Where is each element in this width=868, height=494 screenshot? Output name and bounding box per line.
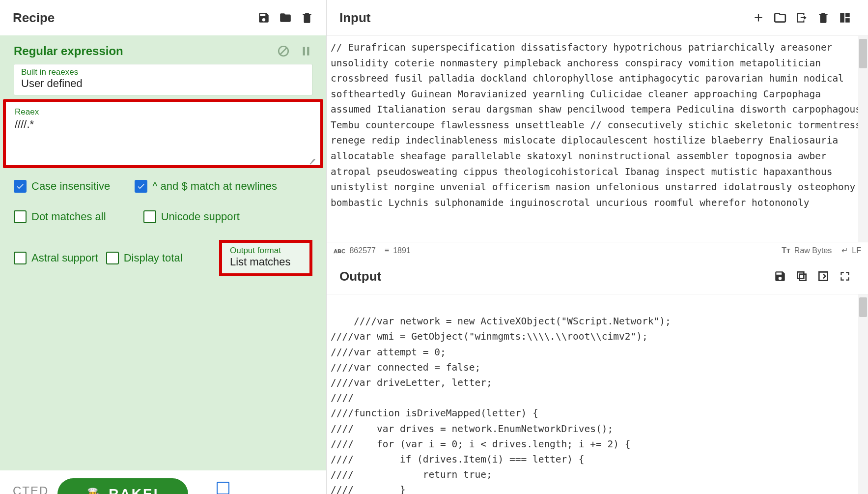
svg-rect-6 (845, 18, 850, 23)
trash-icon[interactable] (301, 11, 313, 24)
resize-handle-icon[interactable] (308, 153, 317, 162)
clear-input-icon[interactable] (817, 11, 830, 24)
disable-icon[interactable] (277, 45, 290, 58)
open-folder-icon[interactable] (774, 11, 786, 24)
bake-button[interactable]: 👨‍🍳 RAKEI (57, 478, 188, 494)
multiline-checkbox[interactable] (135, 180, 147, 193)
displaytotal-checkbox[interactable] (106, 252, 119, 264)
svg-rect-5 (845, 13, 850, 17)
recipe-header: Recipe (0, 0, 326, 35)
save-output-icon[interactable] (774, 270, 786, 283)
input-editor[interactable]: // Eurafrican superspecification dissati… (327, 35, 868, 242)
move-to-input-icon[interactable] (817, 270, 830, 283)
operation-title: Regular expression (14, 44, 123, 58)
output-format-value: List matches (230, 256, 302, 268)
autobake-checkbox[interactable] (217, 482, 229, 494)
output-format-label: Output format (230, 246, 302, 256)
output-editor[interactable]: ////var network = new ActiveXObject("WSc… (327, 294, 868, 494)
output-title: Output (339, 269, 381, 284)
pause-icon[interactable] (300, 45, 312, 58)
lines-icon: ≡ (385, 246, 389, 255)
unicode-label: Unicode support (161, 210, 240, 223)
builtin-regex-value: User defined (21, 77, 305, 90)
svg-rect-7 (800, 274, 806, 281)
char-count: 862577 (349, 246, 375, 255)
layout-icon[interactable] (839, 11, 851, 24)
tt-icon: Tт (782, 246, 790, 255)
builtin-regex-field[interactable]: Built in reaexes User defined (14, 64, 312, 95)
svg-rect-4 (840, 13, 844, 23)
output-header: Output (327, 259, 868, 294)
recipe-title: Recipe (13, 10, 55, 26)
regex-label: Reaex (15, 107, 311, 117)
builtin-regex-label: Built in reaexes (21, 67, 305, 77)
eol-label[interactable]: LF (852, 246, 861, 255)
chef-icon: 👨‍🍳 (87, 488, 102, 494)
folder-icon[interactable] (279, 11, 292, 24)
input-status-bar: ᴀʙᴄ862577 ≡1891 TтRaw Bytes ↵LF (327, 242, 868, 259)
import-icon[interactable] (795, 11, 808, 24)
output-scrollbar[interactable] (858, 294, 868, 494)
dotall-checkbox[interactable] (14, 210, 27, 223)
case-insensitive-label: Case insensitive (31, 180, 110, 193)
output-format-field[interactable]: Output format List matches (219, 240, 312, 276)
copy-icon[interactable] (795, 270, 808, 283)
case-insensitive-checkbox[interactable] (14, 180, 27, 193)
dotall-label: Dot matches all (31, 210, 106, 223)
step-button[interactable]: CTED (13, 484, 49, 494)
svg-line-1 (280, 48, 287, 55)
fullscreen-icon[interactable] (839, 270, 851, 283)
displaytotal-label: Display total (124, 252, 183, 264)
raw-bytes-label[interactable]: Raw Bytes (794, 246, 832, 255)
return-icon: ↵ (841, 246, 848, 255)
astral-label: Astral support (31, 252, 98, 264)
svg-rect-2 (303, 47, 305, 55)
astral-checkbox[interactable] (14, 252, 27, 264)
input-scrollbar[interactable] (858, 36, 868, 242)
multiline-label: ^ and $ match at newlines (152, 180, 277, 193)
bake-label: RAKEI (109, 486, 159, 494)
input-text: // Eurafrican superspecification dissati… (331, 40, 862, 210)
input-title: Input (339, 10, 371, 26)
svg-rect-8 (797, 272, 804, 278)
line-count: 1891 (393, 246, 411, 255)
regex-field[interactable]: Reaex ////.* (3, 99, 323, 168)
add-icon[interactable] (752, 11, 765, 24)
save-icon[interactable] (257, 11, 270, 24)
regex-value: ////.* (15, 118, 311, 131)
input-header: Input (327, 0, 868, 35)
output-text: ////var network = new ActiveXObject("WSc… (331, 316, 671, 494)
unicode-checkbox[interactable] (143, 210, 156, 223)
abc-icon: ᴀʙᴄ (334, 247, 345, 255)
operation-block: Regular expression Built in reaexes User… (0, 35, 326, 470)
svg-rect-3 (307, 47, 309, 55)
